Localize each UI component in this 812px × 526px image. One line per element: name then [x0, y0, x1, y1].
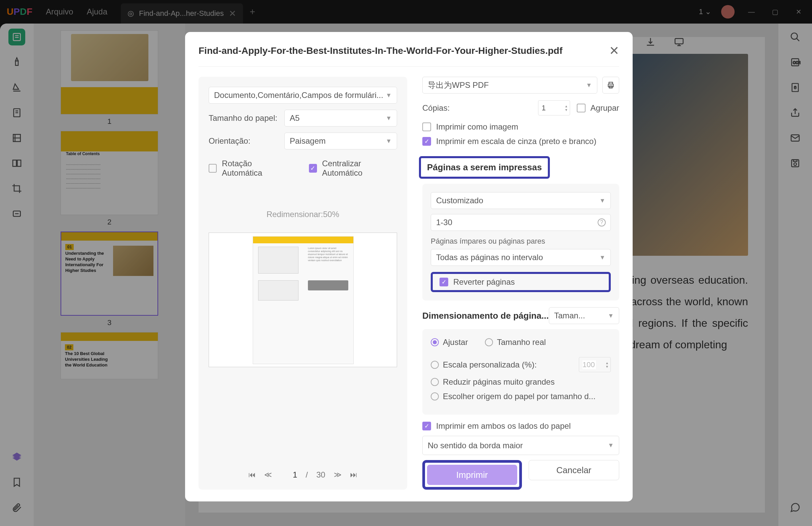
duplex-checkbox[interactable]: ✓: [422, 422, 431, 430]
print-settings-panel: 导出为WPS PDF▼ Cópias: ▲▼ Agrupar Imprimir …: [422, 77, 619, 490]
scaling-preset-select[interactable]: Taman...▼: [549, 307, 619, 324]
page-range-input[interactable]: [431, 214, 611, 231]
copies-label: Cópias:: [422, 103, 531, 113]
actual-label: Tamanho real: [497, 338, 546, 347]
auto-rotate-checkbox[interactable]: [209, 164, 217, 173]
reverse-pages-checkbox[interactable]: ✓: [439, 278, 448, 287]
printer-properties-button[interactable]: [603, 77, 619, 93]
orientation-select[interactable]: Paisagem▼: [284, 133, 397, 149]
shrink-radio[interactable]: [431, 378, 439, 386]
pages-section-title-highlight: Páginas a serem impressas: [419, 156, 550, 179]
auto-center-checkbox[interactable]: ✓: [309, 164, 317, 173]
first-page-button[interactable]: ⏮: [248, 470, 256, 479]
copies-spinner[interactable]: ▲▼: [538, 100, 570, 115]
preview-pager: ⏮ ≪ / 30 ≫ ⏭: [209, 470, 397, 480]
duplex-label: Imprimir em ambos os lados do papel: [436, 421, 571, 431]
print-dialog: Find-and-Apply-For-the-Best-Institutes-I…: [185, 32, 633, 501]
page-total: 30: [316, 470, 325, 480]
scaling-section: Ajustar Tamanho real Escala personalizad…: [422, 329, 619, 414]
fit-label: Ajustar: [443, 338, 468, 347]
grayscale-label: Imprimir em escala de cinza (preto e bra…: [436, 137, 596, 146]
page-input[interactable]: [280, 470, 297, 480]
duplex-mode-select[interactable]: No sentido da borda maior▼: [422, 436, 619, 455]
range-mode-select[interactable]: Customizado▼: [431, 192, 611, 209]
resize-label: Redimensionar:50%: [209, 210, 397, 219]
collate-checkbox[interactable]: [577, 104, 585, 113]
print-preview: Lorem ipsum dolor sit amet consectetur a…: [209, 233, 397, 367]
content-select[interactable]: Documento,Comentário,Campos de formulári…: [209, 87, 397, 104]
scaling-title: Dimensionamento de página...: [422, 311, 549, 321]
collate-label: Agrupar: [591, 103, 619, 113]
paper-size-select[interactable]: A5▼: [284, 110, 397, 127]
dialog-title: Find-and-Apply-For-the-Best-Institutes-I…: [199, 45, 563, 56]
close-dialog-icon[interactable]: ✕: [609, 44, 619, 58]
grayscale-checkbox[interactable]: ✓: [422, 137, 431, 146]
printer-select[interactable]: 导出为WPS PDF▼: [422, 77, 597, 93]
print-button-highlight: Imprimir: [422, 460, 522, 490]
custom-scale-spinner[interactable]: ▲▼: [579, 357, 611, 372]
prev-page-button[interactable]: ≪: [264, 470, 272, 479]
pages-section-title: Páginas a serem impressas: [427, 162, 542, 172]
last-page-button[interactable]: ⏭: [350, 470, 357, 479]
reverse-pages-highlight: ✓ Reverter páginas: [431, 272, 611, 292]
auto-center-label: Centralizar Automático: [322, 159, 397, 178]
custom-scale-radio[interactable]: [431, 361, 439, 369]
print-as-image-label: Imprimir como imagem: [436, 122, 518, 132]
custom-scale-label: Escala personalizada (%):: [443, 360, 537, 369]
custom-scale-input[interactable]: [582, 361, 596, 369]
copies-input[interactable]: [542, 104, 555, 113]
help-icon[interactable]: ?: [598, 218, 606, 227]
orientation-label: Orientação:: [209, 136, 284, 146]
reverse-pages-label: Reverter páginas: [453, 277, 515, 287]
print-as-image-checkbox[interactable]: [422, 122, 431, 131]
pages-section: Customizado▼ ? Páginas ímpares ou página…: [422, 184, 619, 301]
choose-source-label: Escolher origem do papel por tamanho d..…: [443, 392, 596, 401]
svg-rect-24: [609, 82, 613, 84]
fit-radio[interactable]: [431, 338, 439, 346]
choose-source-radio[interactable]: [431, 392, 439, 400]
next-page-button[interactable]: ≫: [334, 470, 342, 479]
paper-size-label: Tamanho do papel:: [209, 113, 284, 123]
print-button[interactable]: Imprimir: [427, 465, 517, 485]
odd-even-select[interactable]: Todas as páginas no intervalo▼: [431, 249, 611, 266]
page-separator: /: [306, 470, 308, 480]
cancel-button[interactable]: Cancelar: [529, 460, 620, 480]
shrink-label: Reduzir páginas muito grandes: [443, 377, 554, 387]
odd-even-label: Páginas ímpares ou páginas pares: [431, 237, 611, 246]
auto-rotate-label: Rotação Automática: [222, 159, 288, 178]
actual-radio[interactable]: [485, 338, 493, 346]
print-preview-panel: Documento,Comentário,Campos de formulári…: [199, 77, 407, 490]
